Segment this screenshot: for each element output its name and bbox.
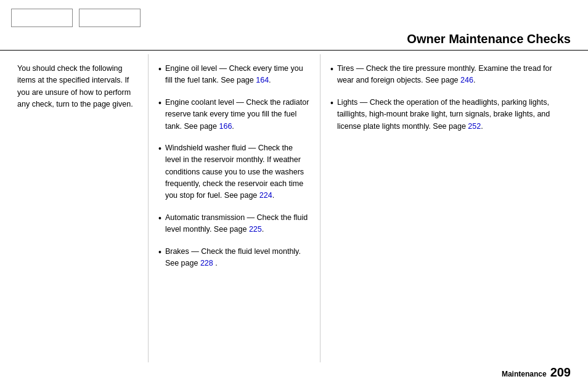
list-item: • Automatic transmission — Check the flu… [158, 212, 310, 236]
tires-link[interactable]: 246 [460, 76, 473, 84]
footer-section-label: Maintenance [502, 370, 547, 378]
engine-oil-link[interactable]: 164 [256, 76, 269, 84]
list-item: • Brakes — Check the fluid level monthly… [158, 246, 310, 270]
top-nav [11, 9, 141, 27]
lights-link[interactable]: 252 [468, 122, 481, 131]
bullet-icon: • [330, 97, 333, 110]
nav-button-2[interactable] [79, 9, 141, 27]
tires-text: Tires — Check the tire pressure monthly.… [337, 63, 566, 87]
bullet-icon: • [158, 246, 161, 259]
lights-text: Lights — Check the operation of the head… [337, 97, 566, 132]
list-item: • Lights — Check the operation of the he… [330, 97, 566, 132]
footer-page-number: 209 [550, 365, 571, 380]
bullet-icon: • [330, 63, 333, 76]
brakes-link[interactable]: 228 [200, 259, 213, 267]
windshield-washer-link[interactable]: 224 [259, 191, 272, 200]
brakes-text: Brakes — Check the fluid level monthly. … [165, 246, 310, 270]
footer: Maintenance 209 [502, 365, 571, 380]
nav-button-1[interactable] [11, 9, 73, 27]
bullet-icon: • [158, 143, 161, 155]
right-column: • Tires — Check the tire pressure monthl… [321, 54, 576, 362]
content-area: You should check the following items at … [0, 54, 588, 362]
list-item: • Windshield washer fluid — Check the le… [158, 142, 310, 202]
list-item: • Tires — Check the tire pressure monthl… [330, 63, 566, 87]
engine-coolant-link[interactable]: 166 [219, 122, 232, 131]
page-title-area: Owner Maintenance Checks [0, 32, 588, 51]
list-item: • Engine coolant level — Check the radia… [158, 97, 310, 132]
engine-coolant-text: Engine coolant level — Check the radiato… [165, 97, 310, 132]
transmission-link[interactable]: 225 [249, 225, 262, 234]
left-column: You should check the following items at … [12, 54, 148, 362]
list-item: • Engine oil level — Check every time yo… [158, 63, 310, 87]
windshield-washer-text: Windshield washer fluid — Check the leve… [165, 142, 310, 202]
bullet-icon: • [158, 213, 161, 225]
transmission-text: Automatic transmission — Check the fluid… [165, 212, 310, 236]
bullet-icon: • [158, 97, 161, 110]
intro-text: You should check the following items at … [17, 64, 133, 108]
page-container: Owner Maintenance Checks You should chec… [0, 0, 588, 387]
engine-oil-text: Engine oil level — Check every time you … [165, 63, 310, 87]
page-title: Owner Maintenance Checks [17, 32, 571, 46]
middle-column: • Engine oil level — Check every time yo… [148, 54, 321, 362]
bullet-icon: • [158, 63, 161, 76]
